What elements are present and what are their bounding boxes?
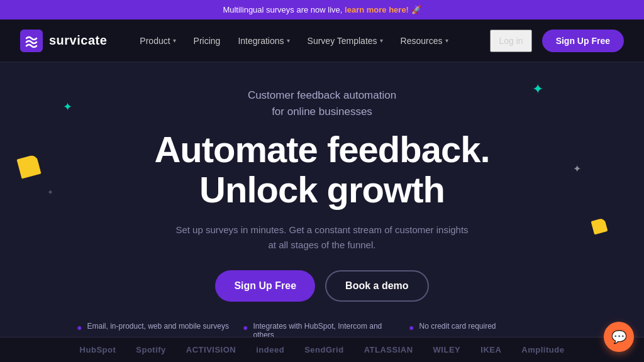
logo-icon	[20, 30, 43, 52]
nav-item-survey-templates[interactable]: Survey Templates ▾	[300, 31, 391, 51]
chevron-down-icon: ▾	[380, 37, 383, 44]
chat-icon: 💬	[611, 329, 627, 344]
yellow-shape-2	[591, 218, 608, 235]
partner-amplitude: Amplitude	[521, 345, 564, 354]
partner-wiley: WILEY	[433, 345, 461, 354]
announcement-text: Multilingual surveys are now live,	[223, 5, 345, 14]
navbar: survicate Product ▾ Pricing Integrations…	[0, 19, 644, 62]
signup-button-nav[interactable]: Sign Up Free	[542, 30, 624, 52]
nav-actions: Log in Sign Up Free	[490, 30, 624, 52]
partner-atlassian: ATLASSIAN	[364, 345, 413, 354]
hero-subtitle: Customer feedback automationfor online b…	[13, 87, 631, 119]
signup-button-hero[interactable]: Sign Up Free	[215, 270, 315, 302]
chevron-down-icon: ▾	[287, 37, 290, 44]
nav-links: Product ▾ Pricing Integrations ▾ Survey …	[132, 31, 490, 51]
partner-activision: ACTIVISION	[186, 345, 236, 354]
hero-description: Set up surveys in minutes. Get a constan…	[171, 222, 473, 253]
chat-button[interactable]: 💬	[604, 322, 634, 352]
logo[interactable]: survicate	[20, 30, 107, 52]
partner-indeed: indeed	[256, 345, 284, 354]
nav-item-product[interactable]: Product ▾	[132, 31, 183, 51]
partner-ikea: IKEA	[480, 345, 501, 354]
nav-item-integrations[interactable]: Integrations ▾	[230, 31, 297, 51]
chevron-down-icon: ▾	[445, 37, 448, 44]
chevron-down-icon: ▾	[173, 37, 176, 44]
logo-text: survicate	[49, 33, 107, 48]
partner-spotify: Spotify	[136, 345, 166, 354]
partner-hubspot: HubSpot	[80, 345, 116, 354]
hero-title: Automate feedback. Unlock growth	[13, 129, 631, 210]
check-icon: ●	[409, 322, 414, 332]
hero-buttons: Sign Up Free Book a demo	[13, 270, 631, 302]
check-icon: ●	[77, 322, 82, 332]
hero-section: ✦ ✦ ✦ ✦ Customer feedback automationfor …	[0, 62, 644, 362]
partner-sendgrid: SendGrid	[304, 345, 344, 354]
nav-item-resources[interactable]: Resources ▾	[393, 31, 456, 51]
announcement-link[interactable]: learn more here! 🚀	[345, 5, 421, 14]
svg-rect-0	[20, 30, 43, 52]
login-button[interactable]: Log in	[490, 30, 531, 52]
demo-button[interactable]: Book a demo	[325, 270, 428, 302]
partner-logo-bar: HubSpot Spotify ACTIVISION indeed SendGr…	[0, 337, 644, 362]
announcement-bar: Multilingual surveys are now live, learn…	[0, 0, 644, 19]
check-icon: ●	[243, 322, 248, 332]
nav-item-pricing[interactable]: Pricing	[186, 31, 228, 51]
